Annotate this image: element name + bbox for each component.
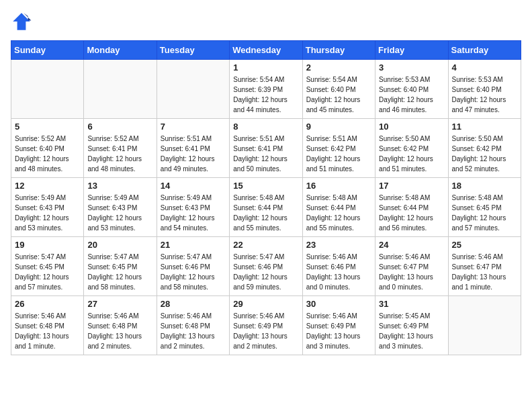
day-number: 12 [15,181,80,191]
calendar-cell [157,60,229,119]
calendar-cell: 27Sunrise: 5:46 AM Sunset: 6:48 PM Dayli… [84,296,157,355]
week-row: 12Sunrise: 5:49 AM Sunset: 6:43 PM Dayli… [11,178,521,237]
calendar-cell: 13Sunrise: 5:49 AM Sunset: 6:43 PM Dayli… [84,178,157,237]
day-number: 22 [233,240,298,250]
calendar-cell: 16Sunrise: 5:48 AM Sunset: 6:44 PM Dayli… [302,178,375,237]
calendar-cell: 21Sunrise: 5:47 AM Sunset: 6:46 PM Dayli… [157,237,229,296]
calendar-cell: 3Sunrise: 5:53 AM Sunset: 6:40 PM Daylig… [375,60,448,119]
calendar-cell: 25Sunrise: 5:46 AM Sunset: 6:47 PM Dayli… [448,237,521,296]
day-number: 2 [306,62,371,73]
day-info: Sunrise: 5:51 AM Sunset: 6:42 PM Dayligh… [306,134,371,174]
day-info: Sunrise: 5:53 AM Sunset: 6:40 PM Dayligh… [379,75,444,115]
day-info: Sunrise: 5:51 AM Sunset: 6:41 PM Dayligh… [161,134,226,174]
day-info: Sunrise: 5:47 AM Sunset: 6:45 PM Dayligh… [87,252,152,292]
day-number: 28 [161,299,226,309]
calendar-cell: 26Sunrise: 5:46 AM Sunset: 6:48 PM Dayli… [11,296,84,355]
day-number: 26 [15,299,80,309]
day-info: Sunrise: 5:51 AM Sunset: 6:41 PM Dayligh… [233,134,298,174]
week-row: 5Sunrise: 5:52 AM Sunset: 6:40 PM Daylig… [11,119,521,178]
day-number: 20 [87,240,152,250]
day-info: Sunrise: 5:46 AM Sunset: 6:48 PM Dayligh… [161,311,226,351]
day-info: Sunrise: 5:45 AM Sunset: 6:49 PM Dayligh… [379,311,444,351]
day-number: 30 [306,299,371,309]
day-of-week-header: Thursday [302,41,375,60]
calendar-cell [84,60,157,119]
day-number: 27 [87,299,152,309]
day-number: 25 [452,240,517,250]
day-number: 11 [452,122,517,132]
calendar-cell: 15Sunrise: 5:48 AM Sunset: 6:44 PM Dayli… [230,178,302,237]
calendar-cell [448,296,521,355]
day-info: Sunrise: 5:46 AM Sunset: 6:48 PM Dayligh… [15,311,80,351]
day-info: Sunrise: 5:54 AM Sunset: 6:40 PM Dayligh… [306,75,371,115]
day-info: Sunrise: 5:47 AM Sunset: 6:45 PM Dayligh… [15,252,80,292]
day-number: 9 [306,122,371,132]
calendar-cell: 30Sunrise: 5:46 AM Sunset: 6:49 PM Dayli… [302,296,375,355]
calendar-cell: 23Sunrise: 5:46 AM Sunset: 6:46 PM Dayli… [302,237,375,296]
day-number: 31 [379,299,444,309]
logo-icon [11,11,32,32]
logo [11,11,35,32]
calendar-cell: 6Sunrise: 5:52 AM Sunset: 6:41 PM Daylig… [84,119,157,178]
calendar-cell: 14Sunrise: 5:49 AM Sunset: 6:43 PM Dayli… [157,178,229,237]
day-number: 23 [306,240,371,250]
day-number: 15 [233,181,298,191]
calendar-cell: 2Sunrise: 5:54 AM Sunset: 6:40 PM Daylig… [302,60,375,119]
day-of-week-header: Tuesday [157,41,229,60]
calendar-cell: 31Sunrise: 5:45 AM Sunset: 6:49 PM Dayli… [375,296,448,355]
calendar-header-row: SundayMondayTuesdayWednesdayThursdayFrid… [11,41,521,60]
day-number: 3 [379,62,444,73]
day-info: Sunrise: 5:46 AM Sunset: 6:48 PM Dayligh… [87,311,152,351]
calendar-cell: 12Sunrise: 5:49 AM Sunset: 6:43 PM Dayli… [11,178,84,237]
day-info: Sunrise: 5:50 AM Sunset: 6:42 PM Dayligh… [379,134,444,174]
calendar-cell: 4Sunrise: 5:53 AM Sunset: 6:40 PM Daylig… [448,60,521,119]
calendar-table: SundayMondayTuesdayWednesdayThursdayFrid… [11,40,521,355]
day-number: 29 [233,299,298,309]
day-of-week-header: Saturday [448,41,521,60]
calendar-cell: 24Sunrise: 5:46 AM Sunset: 6:47 PM Dayli… [375,237,448,296]
calendar-cell: 10Sunrise: 5:50 AM Sunset: 6:42 PM Dayli… [375,119,448,178]
day-info: Sunrise: 5:54 AM Sunset: 6:39 PM Dayligh… [233,75,298,115]
day-number: 18 [452,181,517,191]
calendar-cell: 1Sunrise: 5:54 AM Sunset: 6:39 PM Daylig… [230,60,302,119]
day-info: Sunrise: 5:49 AM Sunset: 6:43 PM Dayligh… [161,193,226,233]
calendar-cell: 8Sunrise: 5:51 AM Sunset: 6:41 PM Daylig… [230,119,302,178]
day-of-week-header: Wednesday [230,41,302,60]
calendar-cell: 29Sunrise: 5:46 AM Sunset: 6:49 PM Dayli… [230,296,302,355]
day-number: 19 [15,240,80,250]
calendar-cell: 7Sunrise: 5:51 AM Sunset: 6:41 PM Daylig… [157,119,229,178]
day-info: Sunrise: 5:47 AM Sunset: 6:46 PM Dayligh… [233,252,298,292]
calendar-cell: 17Sunrise: 5:48 AM Sunset: 6:44 PM Dayli… [375,178,448,237]
day-info: Sunrise: 5:48 AM Sunset: 6:44 PM Dayligh… [379,193,444,233]
calendar-cell: 18Sunrise: 5:48 AM Sunset: 6:45 PM Dayli… [448,178,521,237]
day-info: Sunrise: 5:46 AM Sunset: 6:49 PM Dayligh… [306,311,371,351]
calendar-cell: 5Sunrise: 5:52 AM Sunset: 6:40 PM Daylig… [11,119,84,178]
calendar-header [11,11,521,32]
calendar-cell [11,60,84,119]
day-info: Sunrise: 5:46 AM Sunset: 6:47 PM Dayligh… [452,252,517,292]
day-info: Sunrise: 5:50 AM Sunset: 6:42 PM Dayligh… [452,134,517,174]
day-number: 14 [161,181,226,191]
calendar-cell: 20Sunrise: 5:47 AM Sunset: 6:45 PM Dayli… [84,237,157,296]
week-row: 1Sunrise: 5:54 AM Sunset: 6:39 PM Daylig… [11,60,521,119]
day-number: 4 [452,62,517,73]
day-number: 7 [161,122,226,132]
day-info: Sunrise: 5:46 AM Sunset: 6:49 PM Dayligh… [233,311,298,351]
day-info: Sunrise: 5:47 AM Sunset: 6:46 PM Dayligh… [161,252,226,292]
day-info: Sunrise: 5:46 AM Sunset: 6:47 PM Dayligh… [379,252,444,292]
day-info: Sunrise: 5:53 AM Sunset: 6:40 PM Dayligh… [452,75,517,115]
week-row: 19Sunrise: 5:47 AM Sunset: 6:45 PM Dayli… [11,237,521,296]
calendar-cell: 19Sunrise: 5:47 AM Sunset: 6:45 PM Dayli… [11,237,84,296]
calendar-cell: 22Sunrise: 5:47 AM Sunset: 6:46 PM Dayli… [230,237,302,296]
day-of-week-header: Sunday [11,41,84,60]
day-info: Sunrise: 5:46 AM Sunset: 6:46 PM Dayligh… [306,252,371,292]
day-info: Sunrise: 5:48 AM Sunset: 6:44 PM Dayligh… [306,193,371,233]
day-info: Sunrise: 5:48 AM Sunset: 6:44 PM Dayligh… [233,193,298,233]
day-number: 13 [87,181,152,191]
calendar-cell: 28Sunrise: 5:46 AM Sunset: 6:48 PM Dayli… [157,296,229,355]
day-info: Sunrise: 5:52 AM Sunset: 6:41 PM Dayligh… [87,134,152,174]
day-info: Sunrise: 5:49 AM Sunset: 6:43 PM Dayligh… [15,193,80,233]
svg-marker-0 [13,13,30,30]
day-of-week-header: Friday [375,41,448,60]
day-number: 16 [306,181,371,191]
